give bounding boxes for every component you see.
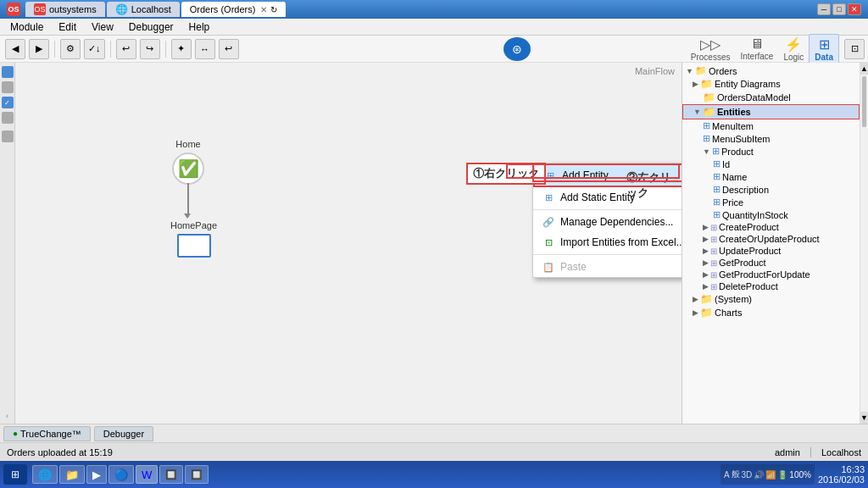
- tab-debugger[interactable]: Debugger: [94, 426, 153, 441]
- interface-icon: 🖥: [750, 36, 764, 52]
- sys-arrow: ▶: [693, 295, 698, 303]
- taskbar-explorer[interactable]: 📁: [59, 465, 85, 484]
- scroll-thumb[interactable]: [862, 76, 866, 127]
- tree-id[interactable]: ⊞ Id: [682, 158, 860, 170]
- taskbar-media[interactable]: ▶: [86, 465, 107, 484]
- tree-product[interactable]: ▼ ⊞ Product: [682, 145, 860, 158]
- tree-entity-diagrams[interactable]: ▶ 📁 Entity Diagrams: [682, 77, 860, 91]
- menu-help[interactable]: Help: [182, 19, 217, 35]
- taskbar-right: A 般 3D 🔊 📶 🔋 100% 16:33 2016/02/03: [721, 464, 865, 485]
- tab-close-icon[interactable]: ✕: [260, 5, 267, 14]
- tree-createorupdate[interactable]: ▶ ⊞ CreateOrUpdateProduct: [682, 233, 860, 245]
- tab-localhost[interactable]: 🌐 Localhost: [107, 2, 180, 17]
- redo-button[interactable]: ↪: [140, 39, 160, 59]
- up-arrow: ▶: [703, 247, 709, 255]
- tree-orders[interactable]: ▼ 📁 Orders: [682, 64, 860, 77]
- tab-list: OS outsystems 🌐 Localhost Orders (Orders…: [25, 2, 286, 17]
- extra-button3[interactable]: ↩: [219, 39, 239, 59]
- cm-add-entity[interactable]: ⊞ Add Entity: [533, 164, 682, 187]
- title-bar: OS OS outsystems 🌐 Localhost Orders (Ord…: [0, 0, 868, 19]
- settings-button[interactable]: ⚙: [60, 39, 81, 59]
- tree-system[interactable]: ▶ 📁 (System): [682, 292, 860, 306]
- taskbar-ie[interactable]: 🌐: [32, 465, 58, 484]
- sidebar-icon-5[interactable]: [2, 130, 14, 142]
- tree-delete-product[interactable]: ▶ ⊞ DeleteProduct: [682, 280, 860, 292]
- tree-get-product[interactable]: ▶ ⊞ GetProduct: [682, 257, 860, 269]
- tree-entities[interactable]: ▼ 📁 Entities: [682, 104, 860, 119]
- menu-edit[interactable]: Edit: [52, 19, 83, 35]
- product-icon: ⊞: [712, 146, 720, 157]
- menu-view[interactable]: View: [85, 19, 120, 35]
- close-button[interactable]: ✕: [848, 3, 861, 15]
- check-button[interactable]: ✓↓: [84, 39, 105, 59]
- tree-menusubitem[interactable]: ⊞ MenuSubItem: [682, 132, 860, 145]
- sidebar-collapse[interactable]: ‹: [6, 412, 8, 420]
- sidebar-icon-2[interactable]: [2, 81, 14, 93]
- tree-name[interactable]: ⊞ Name: [682, 170, 860, 183]
- interface-button[interactable]: 🖥 Interface: [736, 35, 779, 63]
- sidebar-icon-1[interactable]: [2, 66, 14, 78]
- name-icon: ⊞: [713, 171, 721, 182]
- expand-button[interactable]: ⊡: [844, 39, 865, 59]
- tab-outsystems[interactable]: OS outsystems: [25, 2, 105, 17]
- taskbar-extra1[interactable]: 🔲: [159, 465, 183, 484]
- taskbar-chrome[interactable]: 🔵: [108, 465, 134, 484]
- tree-get-product-update[interactable]: ▶ ⊞ GetProductForUpdate: [682, 269, 860, 280]
- cm-manage-deps[interactable]: 🔗 Manage Dependencies...: [533, 212, 682, 232]
- tab-orders[interactable]: Orders (Orders) ✕ ↻: [181, 2, 287, 17]
- minimize-button[interactable]: ─: [817, 3, 831, 15]
- fwd-button[interactable]: ▶: [29, 39, 49, 59]
- taskbar-word[interactable]: W: [136, 465, 158, 484]
- context-menu: ⊞ Add Entity ⊞ Add Static Entity 🔗 Manag…: [532, 163, 682, 278]
- charts-icon: 📁: [700, 307, 713, 319]
- logic-button[interactable]: ⚡ Logic: [778, 35, 809, 64]
- undo-button[interactable]: ↩: [116, 39, 136, 59]
- taskbar-extra2[interactable]: 🔲: [185, 465, 209, 484]
- orders-icon: 📁: [695, 65, 707, 76]
- sidebar-icon-3[interactable]: ✓: [2, 97, 14, 108]
- data-button[interactable]: ⊞ Data: [809, 34, 839, 64]
- start-button[interactable]: ⊞: [3, 464, 27, 485]
- tree-create-product[interactable]: ▶ ⊞ CreateProduct: [682, 221, 860, 233]
- tree-update-product[interactable]: ▶ ⊞ UpdateProduct: [682, 245, 860, 257]
- window-controls: ─ □ ✕: [817, 3, 861, 15]
- menu-module[interactable]: Module: [3, 19, 50, 35]
- tray-icon5: 📶: [765, 470, 776, 480]
- sidebar-icon-4[interactable]: [2, 112, 14, 124]
- menu-debugger[interactable]: Debugger: [122, 19, 181, 35]
- tray-percent: 100%: [789, 470, 811, 480]
- back-button[interactable]: ◀: [5, 39, 25, 59]
- maximize-button[interactable]: □: [832, 3, 846, 15]
- entities-arrow: ▼: [693, 108, 701, 116]
- flow-connector: [187, 183, 189, 217]
- taskbar: ⊞ 🌐 📁 ▶ 🔵 W 🔲 🔲 A 般 3D 🔊 📶 🔋 100% 16:33 …: [0, 461, 868, 488]
- tree-quantity[interactable]: ⊞ QuantityInStock: [682, 208, 860, 221]
- cm-import-entities[interactable]: ⊡ Import Entities from Excel...: [533, 232, 682, 252]
- cm-add-static-entity[interactable]: ⊞ Add Static Entity: [533, 187, 682, 208]
- tray-icon1: A: [724, 470, 730, 480]
- tree-orders-datamodel[interactable]: 📁 OrdersDataModel: [682, 91, 860, 104]
- tree-description[interactable]: ⊞ Description: [682, 183, 860, 196]
- tree-view: ▼ 📁 Orders ▶ 📁 Entity Diagrams 📁 OrdersD…: [682, 63, 860, 321]
- gpfu-arrow: ▶: [703, 270, 709, 279]
- right-panel: ▼ 📁 Orders ▶ 📁 Entity Diagrams 📁 OrdersD…: [682, 63, 860, 424]
- quantity-icon: ⊞: [713, 209, 721, 220]
- taskbar-apps: 🌐 📁 ▶ 🔵 W 🔲 🔲: [32, 465, 209, 484]
- entities-icon: 📁: [703, 106, 715, 118]
- canvas-area[interactable]: MainFlow Home ✅ HomePage ⊞ Add Entity ⊞ …: [15, 63, 682, 424]
- dp-icon: ⊞: [710, 282, 717, 291]
- tab-refresh-icon[interactable]: ↻: [270, 5, 277, 14]
- extra-button2[interactable]: ↔: [195, 39, 215, 59]
- tray-icon2: 般: [732, 469, 740, 480]
- cp-arrow: ▶: [703, 223, 709, 231]
- tab-truechange[interactable]: ● TrueChange™: [3, 426, 91, 441]
- tree-price[interactable]: ⊞ Price: [682, 196, 860, 208]
- extra-button1[interactable]: ✦: [171, 39, 192, 59]
- tree-menuitem[interactable]: ⊞ MenuItem: [682, 119, 860, 132]
- tree-charts[interactable]: ▶ 📁 Charts: [682, 306, 860, 319]
- scroll-up[interactable]: ▲: [860, 63, 868, 75]
- scroll-down[interactable]: ▼: [860, 412, 868, 424]
- processes-button[interactable]: ▷▷ Processes: [686, 35, 736, 64]
- right-scrollbar[interactable]: ▲ ▼: [860, 63, 868, 424]
- flow-arrow: [184, 214, 191, 219]
